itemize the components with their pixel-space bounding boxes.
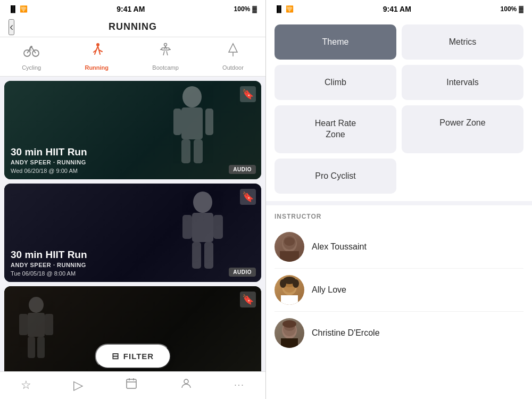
theme-section: Theme Metrics Climb Intervals Heart Rate… [266, 17, 532, 201]
tab-running[interactable]: Running [85, 41, 109, 71]
workout-list: 🔖 30 min HIIT Run ANDY SPEER · RUNNING W… [0, 77, 265, 371]
nav-favorites[interactable]: ☆ [21, 378, 31, 392]
svg-point-15 [193, 192, 212, 213]
bottom-navigation: ☆ ▷ ··· [0, 371, 265, 399]
workout-meta-2: ANDY SPEER · RUNNING [11, 262, 255, 268]
svg-point-34 [284, 237, 295, 246]
metrics-label: Metrics [449, 37, 477, 46]
bookmark-button-1[interactable]: 🔖 [240, 86, 256, 102]
nav-play[interactable]: ▷ [73, 378, 83, 393]
instructor-name-2: ANDY SPEER [11, 262, 51, 268]
page-header: ‹ RUNNING [0, 17, 265, 37]
time-display-right: 9:41 AM [383, 5, 411, 13]
intervals-label: Intervals [446, 78, 478, 87]
audio-badge-1: AUDIO [229, 165, 256, 174]
pro-cyclist-label: Pro Cyclist [315, 171, 355, 180]
workout-info-2: 30 min HIIT Run ANDY SPEER · RUNNING Tue… [4, 244, 261, 282]
svg-rect-10 [181, 107, 203, 139]
svg-rect-18 [213, 215, 223, 239]
filter-label: FILTER [123, 352, 154, 361]
filter-pro-cyclist[interactable]: Pro Cyclist [275, 159, 396, 194]
filter-heart-rate-zone[interactable]: Heart RateZone [275, 105, 396, 153]
workout-card-3[interactable]: 🔖 ⊟ FILTER [4, 286, 261, 371]
workout-meta-1: ANDY SPEER · RUNNING [11, 159, 255, 165]
signal-icon: ▐▌ [9, 5, 18, 13]
instructor-ally-love[interactable]: Ally Love [275, 269, 523, 312]
svg-rect-26 [37, 337, 45, 358]
wifi-icon-right: 🛜 [286, 5, 294, 13]
workout-date-2: Tue 06/05/18 @ 8:00 AM [11, 270, 255, 277]
battery-icon-left: ▓ [252, 5, 257, 13]
signal-icons-right: ▐▌ 🛜 [275, 5, 294, 13]
svg-rect-7 [162, 48, 169, 50]
tab-outdoor[interactable]: Outdoor [222, 41, 244, 71]
theme-grid: Theme Metrics Climb Intervals Heart Rate… [275, 24, 523, 194]
tab-bootcamp[interactable]: Bootcamp [152, 41, 179, 71]
instructor-christine-dercole[interactable]: Christine D'Ercole [275, 312, 523, 354]
svg-rect-12 [205, 109, 213, 135]
battery-icons-left: 100% ▓ [234, 5, 257, 13]
category-tabs: Cycling Running [0, 37, 265, 77]
right-phone: ▐▌ 🛜 9:41 AM 100% ▓ Theme Metrics [266, 0, 532, 399]
cycling-label: Cycling [22, 64, 41, 71]
instructor-alex-toussaint[interactable]: Alex Toussaint [275, 226, 523, 269]
nav-profile[interactable] [180, 377, 193, 393]
battery-pct-right: 100% [501, 5, 517, 13]
svg-rect-25 [28, 337, 35, 358]
instructor-name-alex: Alex Toussaint [312, 242, 367, 252]
instructor-name-christine: Christine D'Ercole [312, 328, 380, 338]
workout-info-1: 30 min HIIT Run ANDY SPEER · RUNNING Wed… [4, 141, 261, 179]
workout-date-1: Wed 06/20/18 @ 9:00 AM [11, 168, 255, 174]
instructor-name-1: ANDY SPEER [11, 159, 51, 165]
filter-theme[interactable]: Theme [275, 24, 396, 60]
running-label: Running [85, 64, 109, 71]
svg-point-21 [29, 297, 44, 313]
svg-rect-42 [281, 295, 298, 305]
instructor-figure-3 [15, 297, 57, 363]
svg-point-4 [164, 44, 167, 46]
bootcamp-label: Bootcamp [152, 64, 179, 71]
cycling-icon [23, 41, 40, 62]
bookmark-button-3[interactable]: 🔖 [240, 292, 256, 307]
left-phone: ▐▌ 🛜 9:41 AM 100% ▓ ‹ RUNNING Cyclin [0, 0, 266, 399]
workout-card-2[interactable]: 🔖 30 min HIIT Run ANDY SPEER · RUNNING T… [4, 184, 261, 282]
audio-badge-2: AUDIO [229, 268, 256, 277]
svg-rect-47 [281, 338, 298, 348]
separator-1: · [53, 159, 57, 165]
filter-metrics[interactable]: Metrics [402, 24, 523, 60]
avatar-christine-dercole [275, 318, 304, 348]
filter-intervals[interactable]: Intervals [402, 65, 523, 100]
heart-rate-zone-label: Heart RateZone [315, 118, 356, 140]
separator-2: · [53, 262, 57, 268]
filter-button[interactable]: ⊟ FILTER [95, 344, 171, 369]
nav-calendar[interactable] [125, 377, 138, 393]
svg-rect-24 [45, 314, 53, 335]
running-icon [88, 41, 105, 62]
filter-power-zone[interactable]: Power Zone [402, 105, 523, 153]
filter-climb[interactable]: Climb [275, 65, 396, 100]
svg-point-2 [30, 46, 32, 48]
back-button[interactable]: ‹ [9, 19, 14, 35]
outdoor-label: Outdoor [222, 64, 244, 71]
workout-type-1: RUNNING [57, 159, 86, 165]
instructor-section-label: INSTRUCTOR [266, 205, 532, 226]
workout-card-1[interactable]: 🔖 30 min HIIT Run ANDY SPEER · RUNNING W… [4, 81, 261, 179]
signal-icons: ▐▌ 🛜 [9, 5, 28, 13]
section-divider [266, 201, 532, 205]
bookmark-button-2[interactable]: 🔖 [240, 189, 256, 205]
status-bar-left: ▐▌ 🛜 9:41 AM 100% ▓ [0, 0, 265, 17]
avatar-alex-toussaint [275, 232, 304, 262]
power-zone-label: Power Zone [439, 118, 485, 127]
wifi-icon: 🛜 [20, 5, 28, 13]
tab-cycling[interactable]: Cycling [22, 41, 41, 71]
page-title: RUNNING [109, 21, 157, 32]
svg-rect-23 [19, 314, 28, 335]
svg-rect-16 [192, 213, 213, 242]
battery-icons-right: 100% ▓ [501, 5, 523, 13]
filter-icon: ⊟ [112, 351, 119, 361]
signal-icon-right: ▐▌ [275, 5, 284, 13]
svg-rect-35 [280, 251, 299, 262]
outdoor-icon [225, 41, 242, 62]
nav-more[interactable]: ··· [234, 380, 244, 390]
theme-label: Theme [322, 37, 349, 46]
